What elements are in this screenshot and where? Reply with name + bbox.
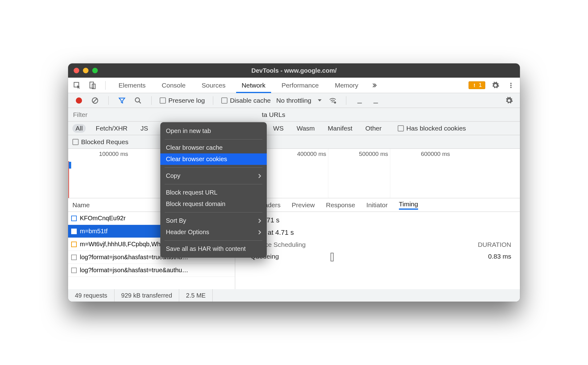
menu-block-domain[interactable]: Block request domain (160, 198, 267, 210)
network-conditions-icon[interactable] (327, 95, 338, 106)
timing-panel: ed at 4.71 s Started at 4.71 s Resource … (235, 212, 520, 289)
inspect-icon[interactable] (72, 80, 82, 91)
script-icon (71, 229, 77, 234)
blocked-requests-row: Blocked Reques (68, 135, 520, 149)
request-row[interactable]: log?format=json&hasfast=true&authu… (68, 264, 235, 277)
has-blocked-cookies-checkbox[interactable]: Has blocked cookies (398, 125, 466, 132)
request-detail-split: Name aders Preview Response Initiator Ti… (68, 198, 520, 289)
devtools-window: DevTools - www.google.com/ Elements Cons… (68, 63, 520, 302)
svg-point-10 (334, 101, 336, 104)
search-icon[interactable] (133, 95, 143, 106)
svg-rect-4 (474, 86, 475, 87)
clear-icon[interactable] (90, 95, 100, 106)
type-ws[interactable]: WS (270, 124, 287, 133)
detail-tab-initiator[interactable]: Initiator (366, 201, 388, 209)
queueing-bar (331, 253, 334, 261)
tab-network[interactable]: Network (236, 78, 271, 93)
waterfall-overview[interactable]: 100000 ms 400000 ms 500000 ms 600000 ms (68, 149, 520, 198)
disable-cache-checkbox[interactable]: Disable cache (221, 97, 271, 104)
waterfall-tick: 400000 ms (266, 149, 328, 198)
tab-memory[interactable]: Memory (329, 78, 364, 93)
detail-tab-preview[interactable]: Preview (292, 201, 315, 209)
type-wasm[interactable]: Wasm (293, 124, 318, 133)
settings-icon[interactable] (490, 80, 501, 91)
more-tabs-icon[interactable] (369, 80, 379, 91)
detail-tab-response[interactable]: Response (326, 201, 355, 209)
status-bar: 49 requests 929 kB transferred 2.5 ME (68, 289, 520, 302)
type-filter-bar: All Fetch/XHR JS WS Wasm Manifest Other … (68, 122, 520, 135)
menu-sort-by[interactable]: Sort By (160, 215, 267, 226)
devtools-tabbar: Elements Console Sources Network Perform… (68, 78, 520, 93)
network-settings-icon[interactable] (504, 95, 514, 106)
tab-sources[interactable]: Sources (196, 78, 231, 93)
window-title: DevTools - www.google.com/ (68, 67, 520, 74)
disable-cache-label: Disable cache (230, 97, 271, 104)
blocked-requests-checkbox[interactable]: Blocked Reques (72, 138, 128, 146)
kebab-icon[interactable] (506, 80, 516, 91)
started-at-text: Started at 4.71 s (244, 229, 511, 237)
data-urls-label: ta URLs (262, 111, 285, 118)
window-close-button[interactable] (74, 68, 79, 73)
export-har-icon[interactable] (370, 95, 381, 106)
menu-copy[interactable]: Copy (160, 170, 267, 182)
tab-console[interactable]: Console (156, 78, 191, 93)
svg-point-6 (510, 84, 512, 86)
document-icon (71, 268, 77, 273)
request-name: m=bm51tf (80, 228, 107, 235)
request-name: log?format=json&hasfast=true&authu… (80, 267, 188, 274)
status-resources: 2.5 ME (179, 289, 213, 302)
svg-point-7 (510, 87, 512, 88)
queued-at-text: ed at 4.71 s (244, 216, 511, 224)
svg-rect-3 (474, 84, 475, 86)
menu-clear-cache[interactable]: Clear browser cache (160, 142, 267, 153)
menu-clear-cookies[interactable]: Clear browser cookies (160, 153, 267, 165)
context-menu: Open in new tab Clear browser cache Clea… (160, 122, 267, 258)
script-icon (71, 216, 77, 221)
detail-tabbar: aders Preview Response Initiator Timing (235, 198, 520, 212)
filter-bar: ta URLs (68, 108, 520, 122)
svg-rect-1 (90, 82, 93, 88)
type-all[interactable]: All (72, 124, 86, 133)
menu-header-options[interactable]: Header Options (160, 226, 267, 238)
duration-label: DURATION (478, 241, 511, 248)
type-other[interactable]: Other (362, 124, 385, 133)
type-js[interactable]: JS (137, 124, 151, 133)
titlebar: DevTools - www.google.com/ (68, 63, 520, 78)
device-mode-icon[interactable] (87, 80, 98, 91)
record-button[interactable] (74, 95, 84, 106)
status-requests: 49 requests (68, 289, 115, 302)
blocked-requests-label: Blocked Reques (81, 138, 128, 146)
filter-input[interactable] (73, 111, 98, 118)
document-icon (71, 255, 77, 260)
request-name: KFOmCnqEu92r (80, 215, 126, 222)
import-har-icon[interactable] (354, 95, 365, 106)
status-transferred: 929 kB transferred (115, 289, 179, 302)
tab-elements[interactable]: Elements (113, 78, 151, 93)
menu-save-har[interactable]: Save all as HAR with content (160, 243, 267, 255)
script-icon (71, 242, 77, 247)
window-minimize-button[interactable] (83, 68, 89, 73)
tab-performance[interactable]: Performance (276, 78, 324, 93)
svg-point-9 (135, 98, 140, 102)
has-blocked-cookies-label: Has blocked cookies (406, 125, 466, 132)
throttling-select[interactable]: No throttling (276, 97, 322, 104)
type-manifest[interactable]: Manifest (325, 124, 355, 133)
network-toolbar: Preserve log Disable cache No throttling (68, 93, 520, 108)
preserve-log-checkbox[interactable]: Preserve log (160, 97, 205, 104)
preserve-log-label: Preserve log (168, 97, 205, 104)
waterfall-tick: 500000 ms (328, 149, 390, 198)
window-zoom-button[interactable] (92, 68, 98, 73)
warnings-badge[interactable]: 1 (469, 81, 485, 89)
warning-count: 1 (479, 82, 482, 88)
queueing-value: 0.83 ms (488, 253, 511, 261)
menu-open-new-tab[interactable]: Open in new tab (160, 125, 267, 137)
type-fetch-xhr[interactable]: Fetch/XHR (93, 124, 131, 133)
waterfall-tick: 600000 ms (390, 149, 452, 198)
request-name: m=Wt6vjf,hhhU8,FCpbqb,WhJNk (80, 241, 171, 248)
svg-point-5 (510, 83, 512, 84)
waterfall-tick: 100000 ms (68, 149, 130, 198)
menu-block-url[interactable]: Block request URL (160, 187, 267, 198)
detail-tab-timing[interactable]: Timing (399, 200, 418, 210)
filter-icon[interactable] (117, 95, 127, 106)
